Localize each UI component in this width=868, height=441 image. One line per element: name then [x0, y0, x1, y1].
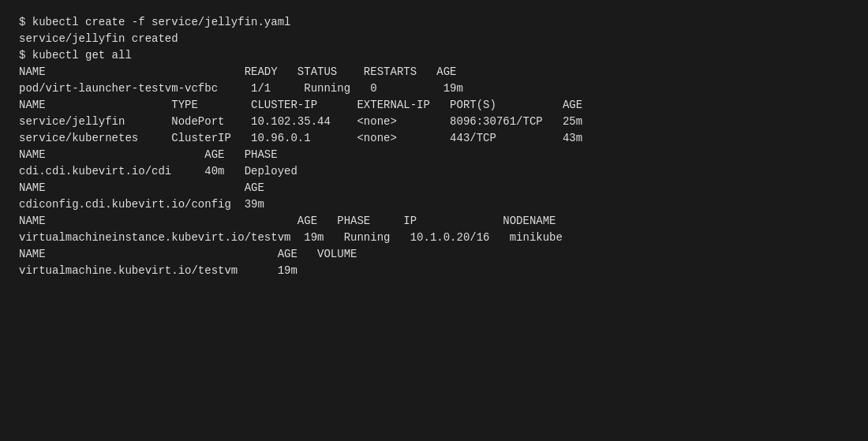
terminal-line-out1: service/jellyfin created — [19, 31, 849, 47]
terminal-line-cmd1: $ kubectl create -f service/jellyfin.yam… — [19, 14, 849, 31]
terminal-line-hdr_cdiconfig: NAME AGE — [19, 180, 849, 196]
terminal-line-hdr_vmi: NAME AGE PHASE IP NODENAME — [19, 213, 849, 230]
terminal-line-hdr_pods: NAME READY STATUS RESTARTS AGE — [19, 64, 849, 80]
terminal-line-row_vmi: virtualmachineinstance.kubevirt.io/testv… — [19, 230, 849, 246]
terminal-line-row_cdiconfig: cdiconfig.cdi.kubevirt.io/config 39m — [19, 196, 849, 213]
terminal-line-hdr_vm: NAME AGE VOLUME — [19, 246, 849, 263]
terminal-line-hdr_cdi: NAME AGE PHASE — [19, 147, 849, 163]
terminal-line-cmd2: $ kubectl get all — [19, 47, 849, 64]
terminal-line-row_svc1: service/jellyfin NodePort 10.102.35.44 <… — [19, 114, 849, 130]
terminal-line-row_cdi: cdi.cdi.kubevirt.io/cdi 40m Deployed — [19, 163, 849, 180]
terminal-line-row_svc2: service/kubernetes ClusterIP 10.96.0.1 <… — [19, 130, 849, 147]
terminal-window: $ kubectl create -f service/jellyfin.yam… — [19, 14, 849, 427]
terminal-line-hdr_svc: NAME TYPE CLUSTER-IP EXTERNAL-IP PORT(S)… — [19, 97, 849, 114]
terminal-line-row_vm: virtualmachine.kubevirt.io/testvm 19m — [19, 263, 849, 279]
terminal-line-row_pod: pod/virt-launcher-testvm-vcfbc 1/1 Runni… — [19, 80, 849, 97]
